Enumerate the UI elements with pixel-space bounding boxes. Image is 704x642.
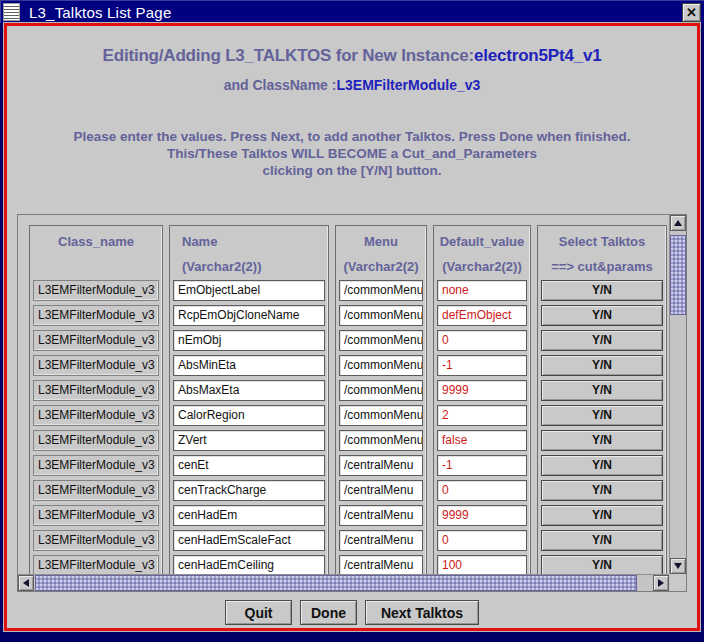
- column-header-default-value: Default_value (Varchar2(2)): [434, 226, 530, 280]
- class-name-cell: L3EMFilterModule_v3: [33, 555, 159, 574]
- class-name-cell: L3EMFilterModule_v3: [33, 355, 159, 376]
- scroll-down-button[interactable]: [670, 558, 686, 574]
- menu-field[interactable]: /centralMenu: [339, 480, 423, 501]
- menu-field[interactable]: /commonMenu: [339, 380, 423, 401]
- menu-field[interactable]: /centralMenu: [339, 555, 423, 574]
- class-name-cell: L3EMFilterModule_v3: [33, 505, 159, 526]
- menu-field[interactable]: /centralMenu: [339, 455, 423, 476]
- yn-button[interactable]: Y/N: [541, 555, 663, 574]
- classname-prefix: and ClassName :: [224, 77, 337, 93]
- title-bar: L3_Talktos List Page ✕: [0, 0, 704, 23]
- name-field[interactable]: cenTrackCharge: [173, 480, 325, 501]
- window-title: L3_Talktos List Page: [29, 4, 682, 21]
- yn-button[interactable]: Y/N: [541, 280, 663, 301]
- yn-button[interactable]: Y/N: [541, 405, 663, 426]
- default-value-field[interactable]: -1: [437, 355, 527, 376]
- default-value-field[interactable]: none: [437, 280, 527, 301]
- vertical-scrollbar-thumb[interactable]: [670, 235, 686, 315]
- name-field[interactable]: AbsMinEta: [173, 355, 325, 376]
- class-name-cell: L3EMFilterModule_v3: [33, 330, 159, 351]
- scroll-up-button[interactable]: [670, 215, 686, 231]
- name-field[interactable]: cenHadEm: [173, 505, 325, 526]
- default-value-field[interactable]: 9999: [437, 505, 527, 526]
- menu-field[interactable]: /commonMenu: [339, 305, 423, 326]
- column-subtitle: (Varchar2(2)): [170, 259, 328, 281]
- menu-field[interactable]: /commonMenu: [339, 355, 423, 376]
- page-title: Editing/Adding L3_TALKTOS for New Instan…: [7, 46, 697, 66]
- class-name-cell: L3EMFilterModule_v3: [33, 530, 159, 551]
- scroll-right-button[interactable]: [653, 575, 669, 591]
- column-menu: Menu (Varchar2(2) /commonMenu/commonMenu…: [335, 225, 427, 574]
- classname-line: and ClassName :L3EMFilterModule_v3: [7, 77, 697, 93]
- name-field[interactable]: AbsMaxEta: [173, 380, 325, 401]
- menu-field[interactable]: /commonMenu: [339, 405, 423, 426]
- quit-button[interactable]: Quit: [225, 600, 292, 625]
- class-name-cell: L3EMFilterModule_v3: [33, 405, 159, 426]
- menu-field[interactable]: /centralMenu: [339, 505, 423, 526]
- window: L3_Talktos List Page ✕ Editing/Adding L3…: [0, 0, 704, 642]
- name-field[interactable]: EmObjectLabel: [173, 280, 325, 301]
- yn-button[interactable]: Y/N: [541, 530, 663, 551]
- instructions-line-3: clicking on the [Y/N] button.: [7, 162, 697, 179]
- class-name-cell: L3EMFilterModule_v3: [33, 305, 159, 326]
- yn-button[interactable]: Y/N: [541, 455, 663, 476]
- default-value-field[interactable]: 0: [437, 330, 527, 351]
- classname-value: L3EMFilterModule_v3: [336, 77, 480, 93]
- default-value-field[interactable]: false: [437, 430, 527, 451]
- column-title: Class_name: [30, 234, 162, 259]
- yn-button[interactable]: Y/N: [541, 505, 663, 526]
- horizontal-scrollbar-thumb[interactable]: [35, 575, 637, 591]
- column-subtitle: ==> cut&params: [538, 259, 666, 281]
- column-header-menu: Menu (Varchar2(2): [336, 226, 426, 280]
- name-field[interactable]: cenHadEmScaleFact: [173, 530, 325, 551]
- menu-field[interactable]: /commonMenu: [339, 430, 423, 451]
- yn-button[interactable]: Y/N: [541, 305, 663, 326]
- column-subtitle: (Varchar2(2)): [434, 259, 530, 281]
- table-viewport: Class_name L3EMFilterModule_v3L3EMFilter…: [18, 215, 669, 574]
- yn-button[interactable]: Y/N: [541, 380, 663, 401]
- close-icon: ✕: [686, 5, 697, 20]
- yn-button[interactable]: Y/N: [541, 330, 663, 351]
- class-name-cell: L3EMFilterModule_v3: [33, 280, 159, 301]
- name-field[interactable]: cenEt: [173, 455, 325, 476]
- name-field[interactable]: cenHadEmCeiling: [173, 555, 325, 574]
- name-field[interactable]: RcpEmObjCloneName: [173, 305, 325, 326]
- yn-button[interactable]: Y/N: [541, 480, 663, 501]
- menu-field[interactable]: /commonMenu: [339, 330, 423, 351]
- done-button[interactable]: Done: [300, 600, 357, 625]
- next-talktos-button[interactable]: Next Talktos: [365, 600, 479, 625]
- menu-field[interactable]: /commonMenu: [339, 280, 423, 301]
- content-frame: Editing/Adding L3_TALKTOS for New Instan…: [4, 23, 700, 631]
- default-value-field[interactable]: 2: [437, 405, 527, 426]
- scroll-left-icon: [23, 579, 29, 587]
- yn-button[interactable]: Y/N: [541, 430, 663, 451]
- column-header-name: Name (Varchar2(2)): [170, 226, 328, 280]
- column-title: Name: [170, 234, 328, 259]
- column-name: Name (Varchar2(2)) EmObjectLabelRcpEmObj…: [169, 225, 329, 574]
- name-field[interactable]: CalorRegion: [173, 405, 325, 426]
- default-value-field[interactable]: 0: [437, 480, 527, 501]
- name-field[interactable]: ZVert: [173, 430, 325, 451]
- name-field[interactable]: nEmObj: [173, 330, 325, 351]
- default-value-field[interactable]: defEmObject: [437, 305, 527, 326]
- page-title-prefix: Editing/Adding L3_TALKTOS for New Instan…: [103, 46, 474, 65]
- yn-button[interactable]: Y/N: [541, 355, 663, 376]
- close-button[interactable]: ✕: [682, 3, 701, 22]
- default-value-field[interactable]: -1: [437, 455, 527, 476]
- horizontal-scrollbar[interactable]: [18, 574, 669, 591]
- class-name-cell: L3EMFilterModule_v3: [33, 480, 159, 501]
- instructions-line-2: This/These Talktos WILL BECOME a Cut_and…: [7, 145, 697, 162]
- menu-field[interactable]: /centralMenu: [339, 530, 423, 551]
- default-value-field[interactable]: 0: [437, 530, 527, 551]
- scrollbar-corner: [669, 574, 686, 591]
- default-value-field[interactable]: 9999: [437, 380, 527, 401]
- column-default-value: Default_value (Varchar2(2)) nonedefEmObj…: [433, 225, 531, 574]
- scroll-left-button[interactable]: [18, 575, 34, 591]
- column-title: Menu: [336, 234, 426, 259]
- default-value-field[interactable]: 100: [437, 555, 527, 574]
- column-subtitle: [30, 259, 162, 281]
- vertical-scrollbar[interactable]: [669, 215, 686, 574]
- scroll-down-icon: [674, 563, 682, 569]
- window-menu-icon[interactable]: [3, 3, 20, 21]
- class-name-cell: L3EMFilterModule_v3: [33, 455, 159, 476]
